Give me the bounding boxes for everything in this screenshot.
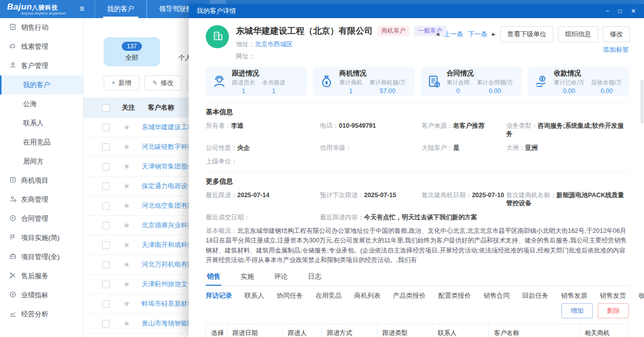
star-icon[interactable]: ★ [123,201,130,210]
sidebar-item-customer-management[interactable]: 客户管理 [0,56,83,75]
view-subunits-button[interactable]: 查看下级单位 [500,26,553,42]
sidebar-item-project-impl-simple[interactable]: 项目实施(简) [0,228,83,247]
row-checkbox[interactable] [102,202,110,210]
subtab-collab-tasks[interactable]: 协同任务 [277,291,303,300]
star-icon[interactable]: ★ [123,260,130,269]
star-icon[interactable]: ★ [123,221,130,230]
col-followup-type: 跟进类型 [377,324,433,337]
star-icon[interactable]: ★ [123,123,130,132]
sidebar-item-after-sales-service[interactable]: 售后服务 [0,267,83,286]
card-title: 商机情况 [339,69,406,78]
add-button[interactable]: + 新增 [104,75,139,91]
address-link[interactable]: 北京市西城区 [255,41,293,48]
row-checkbox[interactable] [102,163,110,171]
tab-sales[interactable]: 销售 [206,269,221,286]
topnav-tab-label: 我的客户 [107,5,134,14]
prev-record-link[interactable]: 上一条 [444,30,463,39]
stat-value: 0.00 [477,88,513,95]
sidebar-item-my-customers[interactable]: 我的客户 [0,75,83,95]
tab-comments[interactable]: 评论 [273,269,289,286]
record-actions: 增加 删除 [206,303,629,318]
star-icon[interactable]: ★ [123,299,130,308]
card-contract: 合同情况 累计合同0 累计合同额/万0.00 [421,67,522,96]
section-title: 更多信息 [206,177,629,186]
sidebar-item-label: 售后服务 [21,272,48,281]
logo-en: Bajun [7,2,32,12]
delete-record-button[interactable]: 删除 [598,303,629,318]
stat-pair: 累计商机1 [339,79,362,95]
sidebar-item-contacts[interactable]: 联系人 [0,114,83,133]
stat-value: 1 [339,88,362,95]
subtab-opportunity-list[interactable]: 商机列表 [354,291,380,300]
org-info-button[interactable]: 组织信息 [558,26,598,42]
svg-text:¥: ¥ [12,178,14,182]
maximize-icon[interactable]: □ [618,8,622,15]
col-customer-name: 客户名称 [489,324,580,337]
modify-button[interactable]: 修改 [603,26,630,42]
subtab-sales-contracts[interactable]: 销售合同 [484,291,510,300]
sidebar-item-sales-action[interactable]: 销售行动 [0,18,83,37]
sidebar-item-partner-management[interactable]: 友商管理 [0,190,83,209]
row-checkbox[interactable] [102,241,110,249]
stat-cards: 跟进情况 跟进历史1 本月跟进1 商机情况 累计商机1 累计商机额/万57.00 [206,67,629,96]
subtab-sales-invoices[interactable]: 销售发票 [561,291,587,300]
star-icon[interactable]: ★ [123,142,130,151]
subtab-config-quotes[interactable]: 配置类报价 [438,291,471,300]
subtab-payment-tasks[interactable]: 回款任务 [522,291,548,300]
website-label: 网址： [236,53,255,60]
subtab-product-quotes[interactable]: 产品类报价 [393,291,426,300]
row-checkbox[interactable] [102,222,110,229]
sidebar-item-lead-management[interactable]: 线索管理 [0,37,83,56]
subtab-contacts[interactable]: 联系人 [245,291,264,300]
tab-logs[interactable]: 日志 [307,269,323,286]
minimize-icon[interactable]: − [606,8,609,15]
star-icon[interactable]: ★ [123,182,130,191]
row-checkbox[interactable] [102,320,110,327]
row-checkbox[interactable] [102,300,110,308]
sidebar-item-public-pool[interactable]: 公海 [0,95,83,114]
stat-label: 跟进历史 [232,79,255,87]
prev-arrow-icon[interactable]: ◀ [436,32,439,37]
sidebar-item-opportunity-projects[interactable]: ¥ 商机项目 [0,171,83,190]
stat-value: 57.00 [369,88,406,95]
edit-button[interactable]: ✎ 修改 [144,75,182,91]
subtab-visit-records[interactable]: 拜访记录 [206,291,232,300]
hamburger-menu-icon[interactable]: ≡ [79,4,85,14]
add-tag-link[interactable]: 添加标签 [603,45,629,54]
logo-cn: 八骏科技 [32,4,58,11]
address-label: 地址： [236,41,255,48]
company-info: 东城华建建设工程（北京）有限公司 商机客户 一般客户 地址：北京市西城区 网址： [236,25,446,61]
subtab-competitors[interactable]: 在用竞品 [315,291,342,300]
tab-implementation[interactable]: 实施 [239,269,255,286]
address-row: 地址：北京市西城区 [236,40,446,49]
select-all-checkbox[interactable] [102,104,110,112]
close-icon[interactable]: ✕ [631,8,636,15]
row-checkbox[interactable] [102,261,110,269]
topnav-tab-my-customers[interactable]: 我的客户 [95,0,146,18]
sidebar-item-competitors-in-use[interactable]: 在用竞品 [0,133,83,152]
sidebar-item-intermediary[interactable]: 居间方 [0,152,83,171]
next-arrow-icon[interactable]: ▶ [492,32,496,37]
star-icon[interactable]: ★ [123,280,130,289]
star-icon[interactable]: ★ [123,240,130,249]
next-record-link[interactable]: 下一条 [468,30,488,39]
customer-detail-window: 我的客户详情 − □ ✕ 东城华建建设工程（北京）有限公司 商机客户 一般客户 … [189,4,644,337]
subtab-sales-shipments[interactable]: 销售发货 [600,291,626,300]
filter-chip-all[interactable]: 137 全部 [104,37,160,66]
row-checkbox[interactable] [102,143,110,151]
star-icon[interactable]: ★ [123,162,130,171]
subtab-collection-records[interactable]: 收款记录 [638,291,644,300]
row-checkbox[interactable] [102,183,110,190]
sidebar-item-business-analysis[interactable]: 经营分析 [0,305,83,324]
sidebar-item-project-mgmt-full[interactable]: 项目管理(全) [0,247,83,267]
star-icon[interactable]: ★ [123,319,130,328]
row-checkbox[interactable] [102,281,110,288]
field-first-opportunity-date: 首次建商机日期：2025-07-10 [422,191,506,208]
scrollbar-thumb[interactable] [640,79,643,124]
sidebar-item-label: 项目实施(简) [21,233,60,242]
sidebar-item-contract-management[interactable]: ¥ 合同管理 [0,209,83,228]
row-checkbox[interactable] [102,124,110,131]
sidebar-item-performance-indicators[interactable]: 业绩指标 [0,286,83,305]
add-record-button[interactable]: 增加 [561,303,593,318]
field-next-followup: 预计下次跟进：2025-07-15 [320,191,422,208]
